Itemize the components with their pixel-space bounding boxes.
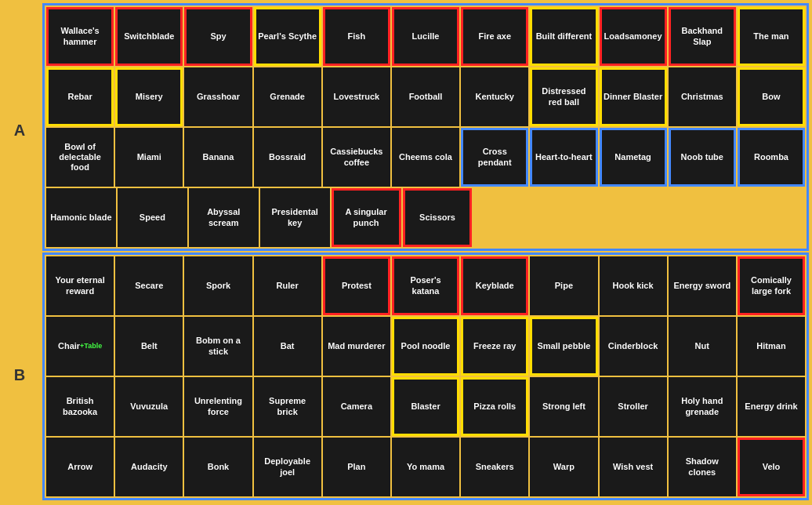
cell-3-2[interactable]: Abyssal scream xyxy=(189,188,259,247)
cell-2-6[interactable]: Pizza rolls xyxy=(461,377,528,436)
row-2: Bowl of delectable foodMiamiBananaBossra… xyxy=(46,128,805,187)
cell-3-10[interactable]: Velo xyxy=(738,438,805,496)
cell-3-0[interactable]: Arrow xyxy=(46,438,114,496)
cell-empty-3-7 xyxy=(540,188,605,247)
cell-1-0[interactable]: Rebar xyxy=(46,67,114,126)
cell-1-8[interactable]: Cinderblock xyxy=(600,317,667,376)
cell-2-8[interactable]: Nametag xyxy=(600,128,667,187)
cell-2-3[interactable]: Bossraid xyxy=(254,128,321,187)
cell-3-8[interactable]: Wish vest xyxy=(600,438,667,496)
cell-0-4[interactable]: Fish xyxy=(323,7,390,66)
cell-0-0[interactable]: Wallace's hammer xyxy=(46,7,114,66)
cell-2-4[interactable]: Camera xyxy=(323,377,390,436)
cell-3-7[interactable]: Warp xyxy=(530,438,597,496)
cell-2-4[interactable]: Cassiebucks coffee xyxy=(323,128,390,187)
cell-3-2[interactable]: Bonk xyxy=(184,438,252,496)
label-a: A xyxy=(14,8,25,252)
cell-empty-3-8 xyxy=(607,188,672,247)
cell-3-4[interactable]: A singular punch xyxy=(332,188,401,247)
cell-empty-3-9 xyxy=(673,188,738,247)
cell-1-10[interactable]: Bow xyxy=(738,67,805,126)
cell-2-6[interactable]: Cross pendant xyxy=(461,128,528,187)
cell-0-5[interactable]: Poser's katana xyxy=(392,256,459,315)
cell-1-3[interactable]: Grenade xyxy=(254,67,321,126)
row-0: Wallace's hammerSwitchbladeSpyPearl's Sc… xyxy=(46,7,805,66)
grid-container: Wallace's hammerSwitchbladeSpyPearl's Sc… xyxy=(39,0,812,505)
cell-2-0[interactable]: British bazooka xyxy=(46,377,114,436)
cell-2-9[interactable]: Noob tube xyxy=(669,128,736,187)
cell-3-1[interactable]: Speed xyxy=(118,188,187,247)
cell-3-6[interactable]: Sneakers xyxy=(461,438,528,496)
cell-0-7[interactable]: Built different xyxy=(530,7,597,66)
cell-2-9[interactable]: Holy hand grenade xyxy=(669,377,736,436)
cell-1-5[interactable]: Football xyxy=(392,67,459,126)
cell-1-4[interactable]: Mad murderer xyxy=(323,317,390,376)
cell-0-10[interactable]: Comically large fork xyxy=(738,256,805,315)
row-1: RebarMiseryGrasshoarGrenadeLovestruckFoo… xyxy=(46,67,805,126)
cell-2-5[interactable]: Blaster xyxy=(392,377,459,436)
cell-0-1[interactable]: Secare xyxy=(115,256,183,315)
label-b: B xyxy=(14,252,25,497)
cell-1-8[interactable]: Dinner Blaster xyxy=(600,67,667,126)
cell-3-4[interactable]: Plan xyxy=(323,438,390,496)
cell-1-6[interactable]: Kentucky xyxy=(461,67,528,126)
section-b: Your eternal rewardSecareSporkRulerProte… xyxy=(42,252,809,500)
cell-1-7[interactable]: Small pebble xyxy=(530,317,597,376)
cell-3-5[interactable]: Yo mama xyxy=(392,438,459,496)
cell-2-5[interactable]: Cheems cola xyxy=(392,128,459,187)
cell-1-7[interactable]: Distressed red ball xyxy=(530,67,597,126)
cell-1-9[interactable]: Nut xyxy=(669,317,736,376)
cell-0-9[interactable]: Backhand Slap xyxy=(669,7,736,66)
cell-3-3[interactable]: Deployable joel xyxy=(254,438,321,496)
cell-0-1[interactable]: Switchblade xyxy=(115,7,183,66)
cell-1-0[interactable]: Chair+Table xyxy=(46,317,114,376)
cell-1-9[interactable]: Christmas xyxy=(669,67,736,126)
cell-2-3[interactable]: Supreme brick xyxy=(254,377,321,436)
cell-3-9[interactable]: Shadow clones xyxy=(669,438,736,496)
row-3: Hamonic bladeSpeedAbyssal screamPresiden… xyxy=(46,188,805,247)
side-labels: A B xyxy=(0,0,39,505)
cell-3-0[interactable]: Hamonic blade xyxy=(46,188,116,247)
cell-2-2[interactable]: Unrelenting force xyxy=(184,377,252,436)
cell-empty-3-10 xyxy=(740,188,805,247)
cell-0-0[interactable]: Your eternal reward xyxy=(46,256,114,315)
cell-0-7[interactable]: Pipe xyxy=(530,256,597,315)
cell-3-1[interactable]: Audacity xyxy=(115,438,183,496)
cell-0-6[interactable]: Fire axe xyxy=(461,7,528,66)
row-0: Your eternal rewardSecareSporkRulerProte… xyxy=(46,256,805,315)
cell-0-8[interactable]: Loadsamoney xyxy=(600,7,667,66)
cell-2-8[interactable]: Stroller xyxy=(600,377,667,436)
cell-0-2[interactable]: Spork xyxy=(184,256,252,315)
cell-2-2[interactable]: Banana xyxy=(184,128,252,187)
cell-2-1[interactable]: Vuvuzula xyxy=(115,377,183,436)
cell-1-1[interactable]: Misery xyxy=(115,67,183,126)
cell-2-10[interactable]: Energy drink xyxy=(738,377,805,436)
cell-0-8[interactable]: Hook kick xyxy=(600,256,667,315)
cell-3-3[interactable]: Presidental key xyxy=(260,188,330,247)
cell-2-1[interactable]: Miami xyxy=(115,128,183,187)
cell-1-2[interactable]: Bobm on a stick xyxy=(184,317,252,376)
cell-2-7[interactable]: Heart-to-heart xyxy=(530,128,597,187)
cell-1-1[interactable]: Belt xyxy=(115,317,183,376)
cell-1-6[interactable]: Freeze ray xyxy=(461,317,528,376)
cell-0-10[interactable]: The man xyxy=(738,7,805,66)
cell-2-10[interactable]: Roomba xyxy=(738,128,805,187)
cell-1-4[interactable]: Lovestruck xyxy=(323,67,390,126)
row-1: Chair+TableBeltBobm on a stickBatMad mur… xyxy=(46,317,805,376)
cell-0-5[interactable]: Lucille xyxy=(392,7,459,66)
cell-1-3[interactable]: Bat xyxy=(254,317,321,376)
cell-0-9[interactable]: Energy sword xyxy=(669,256,736,315)
cell-1-10[interactable]: Hitman xyxy=(738,317,805,376)
cell-0-3[interactable]: Pearl's Scythe xyxy=(254,7,321,66)
row-3: ArrowAudacityBonkDeployable joelPlanYo m… xyxy=(46,438,805,496)
cell-1-2[interactable]: Grasshoar xyxy=(184,67,252,126)
cell-0-6[interactable]: Keyblade xyxy=(461,256,528,315)
cell-0-4[interactable]: Protest xyxy=(323,256,390,315)
row-2: British bazookaVuvuzulaUnrelenting force… xyxy=(46,377,805,436)
cell-0-2[interactable]: Spy xyxy=(184,7,252,66)
cell-0-3[interactable]: Ruler xyxy=(254,256,321,315)
cell-2-0[interactable]: Bowl of delectable food xyxy=(46,128,114,187)
cell-3-5[interactable]: Scissors xyxy=(403,188,473,247)
cell-2-7[interactable]: Strong left xyxy=(530,377,597,436)
cell-1-5[interactable]: Pool noodle xyxy=(392,317,459,376)
